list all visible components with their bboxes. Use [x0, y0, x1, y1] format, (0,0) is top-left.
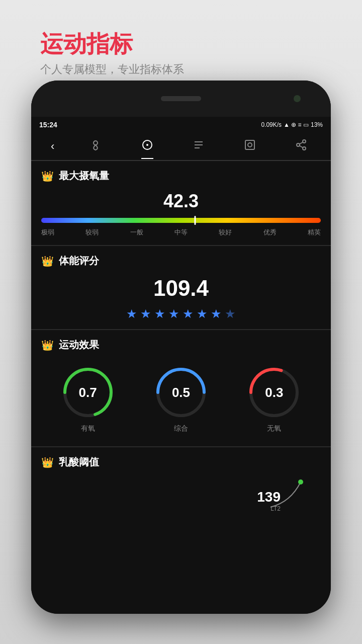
nav-share-icon[interactable] — [291, 135, 311, 158]
aerobic-circle: 0.7 — [60, 365, 116, 420]
rating-labels: 极弱 较弱 一般 中等 较好 优秀 精英 — [41, 228, 321, 237]
svg-line-11 — [300, 146, 303, 148]
page-main-title: 运动指标 — [40, 30, 184, 58]
star-8-half: ★ — [225, 307, 236, 321]
fitness-header: 👑 体能评分 — [41, 254, 321, 268]
star-6: ★ — [197, 307, 208, 321]
svg-line-12 — [300, 142, 303, 144]
fitness-score: 109.4 — [41, 276, 321, 301]
status-right: 0.09K/s ▲ ⊕ ≡ ▭ 13% — [261, 121, 323, 128]
aerobic-value: 0.7 — [79, 385, 97, 400]
aerobic-inner: 0.7 — [79, 385, 97, 400]
svg-point-8 — [303, 140, 306, 143]
nav-search-icon[interactable] — [240, 135, 260, 158]
effect-header: 👑 运动效果 — [41, 338, 321, 352]
stars-row: ★ ★ ★ ★ ★ ★ ★ ★ — [41, 307, 321, 321]
comprehensive-wrapper: 0.5 综合 — [153, 365, 209, 433]
effect-section: 👑 运动效果 0.7 — [31, 330, 331, 447]
vo2max-marker — [194, 216, 196, 225]
nav-target-icon[interactable] — [137, 135, 157, 158]
fitness-section: 👑 体能评分 109.4 ★ ★ ★ ★ ★ ★ ★ ★ — [31, 246, 331, 330]
status-bar: 15:24 0.09K/s ▲ ⊕ ≡ ▭ 13% — [31, 117, 331, 133]
vo2max-crown: 👑 — [41, 170, 54, 182]
phone-speaker — [161, 96, 201, 101]
fitness-crown: 👑 — [41, 255, 54, 267]
star-3: ★ — [154, 307, 165, 321]
comprehensive-label: 综合 — [174, 424, 188, 433]
phone-frame: 15:24 0.09K/s ▲ ⊕ ≡ ▭ 13% ‹ — [31, 80, 331, 614]
label-medium: 中等 — [174, 228, 188, 237]
status-time: 15:24 — [39, 121, 57, 129]
lactate-value: 139 — [257, 489, 291, 505]
anaerobic-wrapper: 0.3 无氧 — [246, 365, 302, 433]
page-title-area: 运动指标 个人专属模型，专业指标体系 — [40, 30, 184, 77]
vo2max-title: 最大摄氧量 — [59, 169, 109, 183]
vo2max-value: 42.3 — [41, 191, 321, 212]
fitness-title: 体能评分 — [59, 254, 99, 268]
comprehensive-value: 0.5 — [172, 385, 190, 400]
comprehensive-circle: 0.5 — [153, 365, 209, 420]
svg-point-9 — [297, 143, 300, 146]
vo2max-bar — [41, 218, 321, 223]
star-4: ★ — [168, 307, 179, 321]
lactate-section: 👑 乳酸阈值 139 LT2 — [31, 447, 331, 525]
svg-rect-6 — [245, 140, 254, 149]
anaerobic-inner: 0.3 — [265, 385, 283, 400]
label-excellent: 优秀 — [263, 228, 277, 237]
phone-camera — [294, 95, 301, 102]
vo2max-section: 👑 最大摄氧量 42.3 极弱 较弱 一般 中等 较好 优秀 精英 — [31, 161, 331, 246]
label-normal: 一般 — [130, 228, 143, 237]
nav-list-icon[interactable] — [189, 135, 209, 158]
lactate-sublabel: LT2 — [257, 505, 291, 512]
effect-crown: 👑 — [41, 339, 54, 351]
label-good: 较好 — [219, 228, 232, 237]
nav-map-icon[interactable] — [85, 135, 106, 158]
phone-top-bezel — [31, 80, 331, 117]
anaerobic-label: 无氧 — [267, 424, 281, 433]
aerobic-label: 有氧 — [81, 424, 95, 433]
effect-circles: 0.7 有氧 0.5 — [41, 360, 321, 438]
wifi-icon: ▲ ⊕ ≡ ▭ — [284, 121, 309, 128]
svg-point-0 — [94, 141, 98, 145]
battery-level: 13% — [311, 121, 323, 128]
label-very-weak: 极弱 — [41, 228, 54, 237]
svg-point-2 — [147, 144, 148, 145]
anaerobic-value: 0.3 — [265, 385, 283, 400]
anaerobic-circle: 0.3 — [246, 365, 302, 420]
label-weak: 较弱 — [85, 228, 99, 237]
comprehensive-inner: 0.5 — [172, 385, 190, 400]
svg-point-19 — [298, 479, 303, 485]
vo2max-header: 👑 最大摄氧量 — [41, 169, 321, 183]
effect-title: 运动效果 — [59, 338, 99, 352]
star-2: ★ — [140, 307, 151, 321]
svg-point-10 — [303, 147, 306, 150]
star-1: ★ — [126, 307, 137, 321]
nav-bar: ‹ — [31, 133, 331, 161]
svg-point-7 — [248, 143, 252, 147]
star-5: ★ — [183, 307, 194, 321]
aerobic-wrapper: 0.7 有氧 — [60, 365, 116, 433]
lactate-crown: 👑 — [41, 456, 54, 468]
back-button[interactable]: ‹ — [51, 140, 54, 153]
label-elite: 精英 — [308, 228, 321, 237]
page-subtitle: 个人专属模型，专业指标体系 — [40, 62, 184, 77]
network-speed: 0.09K/s — [261, 121, 282, 128]
phone-content: 👑 最大摄氧量 42.3 极弱 较弱 一般 中等 较好 优秀 精英 👑 体能评 — [31, 161, 331, 614]
lactate-header: 👑 乳酸阈值 — [41, 455, 321, 469]
star-7: ★ — [211, 307, 222, 321]
lactate-title: 乳酸阈值 — [59, 455, 99, 469]
